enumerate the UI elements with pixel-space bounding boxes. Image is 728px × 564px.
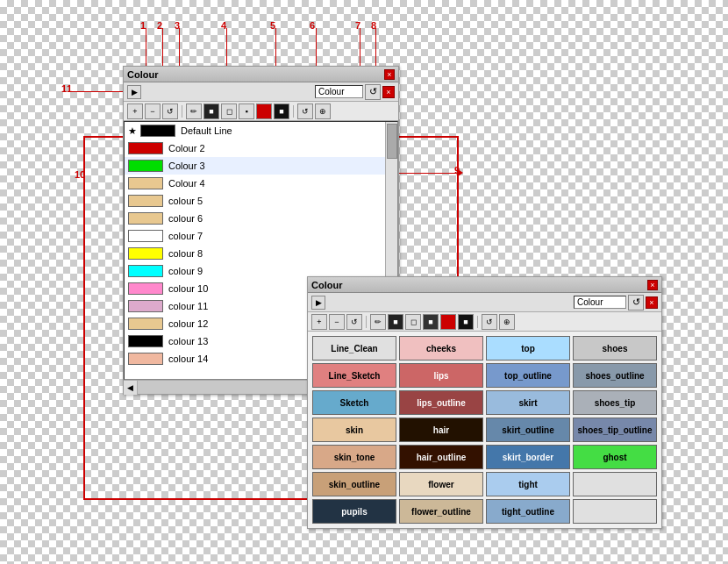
btn-empty1[interactable]: [573, 472, 657, 496]
window2-colour-input[interactable]: [574, 296, 626, 309]
window1-close[interactable]: ×: [384, 69, 395, 80]
btn-shoes[interactable]: shoes: [573, 336, 657, 361]
window2-toolbar-top: ▶ ↺ ×: [308, 293, 661, 312]
list-item[interactable]: Colour 4: [125, 175, 397, 192]
btn-shoes-outline[interactable]: shoes_outline: [573, 363, 657, 388]
list-item[interactable]: colour 6: [125, 210, 397, 227]
btn-cheeks[interactable]: cheeks: [399, 336, 483, 361]
btn-top-outline[interactable]: top_outline: [486, 363, 570, 388]
anno-line-1: [146, 28, 146, 70]
window2-toolbar-tools: + − ↺ ✏ ■ ◻ ■ ■ ↺ ⊕: [308, 312, 661, 332]
list-item[interactable]: colour 8: [125, 245, 397, 262]
window2-close2[interactable]: ×: [646, 296, 658, 309]
stroke-btn[interactable]: ▪: [239, 104, 254, 119]
pencil-btn[interactable]: ✏: [186, 104, 202, 119]
w2-add-btn[interactable]: +: [311, 314, 327, 330]
window1-arrow-btn[interactable]: ↺: [365, 84, 381, 100]
btn-skirt-border[interactable]: skirt_border: [486, 445, 570, 469]
btn-lips[interactable]: lips: [399, 363, 483, 388]
w2-red-btn[interactable]: [440, 314, 456, 330]
window1-title: Colour: [127, 69, 158, 80]
w2-eraser-btn[interactable]: ◻: [405, 314, 421, 330]
red-btn[interactable]: [256, 104, 272, 119]
btn-shoes-tip[interactable]: shoes_tip: [573, 390, 657, 415]
btn-hair-outline[interactable]: hair_outline: [399, 445, 483, 469]
w2-divider1: [366, 316, 367, 328]
btn-line-sketch[interactable]: Line_Sketch: [312, 363, 396, 388]
btn-sketch[interactable]: Sketch: [312, 390, 396, 415]
window2-play-btn[interactable]: ▶: [311, 296, 325, 310]
swatch: [140, 125, 175, 137]
scrollbar-thumb[interactable]: [387, 124, 397, 159]
black-fill-btn[interactable]: ■: [203, 104, 219, 119]
w2-extra-btn[interactable]: ⊕: [499, 314, 515, 330]
btn-skirt-outline[interactable]: skirt_outline: [486, 418, 570, 442]
reset-btn[interactable]: ↺: [162, 104, 178, 119]
list-item[interactable]: ★ Default Line: [125, 122, 397, 139]
swatch: [128, 195, 163, 207]
eraser-btn[interactable]: ◻: [221, 104, 237, 119]
swatch: [128, 353, 163, 365]
anno-line-5: [275, 28, 276, 70]
anno-line-7: [360, 28, 360, 70]
swatch: [128, 335, 163, 347]
w2-black-fill-btn[interactable]: ■: [388, 314, 403, 330]
btn-pupils[interactable]: pupils: [312, 499, 396, 524]
swatch: [128, 160, 163, 172]
swatch: [128, 247, 163, 260]
list-item[interactable]: colour 7: [125, 227, 397, 245]
window1-close2[interactable]: ×: [382, 86, 395, 98]
w2-stroke-btn[interactable]: ■: [423, 314, 439, 330]
anno-10: 10: [75, 169, 85, 180]
anno-line-9: [399, 173, 460, 174]
btn-empty2[interactable]: [573, 499, 657, 524]
divider2: [293, 105, 294, 118]
btn-shoes-tip-outline[interactable]: shoes_tip_outline: [573, 418, 657, 442]
btn-ghost[interactable]: ghost: [573, 445, 657, 469]
swatch: [128, 177, 163, 189]
list-item[interactable]: Colour 2: [125, 139, 397, 157]
remove-btn[interactable]: −: [145, 104, 161, 119]
w2-divider2: [477, 316, 478, 328]
anno-line-3: [179, 28, 180, 70]
titlebar-2: Colour ×: [308, 277, 661, 293]
w2-refresh-btn[interactable]: ↺: [482, 314, 497, 330]
black-btn[interactable]: ■: [274, 104, 289, 119]
btn-skin-tone[interactable]: skin_tone: [312, 445, 396, 469]
w2-reset-btn[interactable]: ↺: [346, 314, 362, 330]
list-item[interactable]: Colour 3: [125, 157, 397, 175]
btn-lips-outline[interactable]: lips_outline: [399, 390, 483, 415]
btn-skin[interactable]: skin: [312, 418, 396, 442]
btn-tight-outline[interactable]: tight_outline: [486, 499, 570, 524]
anno-line-4: [226, 28, 227, 70]
colour-window-2: Colour × ▶ ↺ × + − ↺ ✏ ■ ◻ ■ ■ ↺ ⊕ Line_…: [307, 276, 662, 529]
btn-skirt[interactable]: skirt: [486, 390, 570, 415]
btn-hair[interactable]: hair: [399, 418, 483, 442]
w2-pencil-btn[interactable]: ✏: [370, 314, 386, 330]
btn-skin-outline[interactable]: skin_outline: [312, 472, 396, 496]
anno-line-8: [375, 28, 376, 70]
window2-title: Colour: [311, 280, 342, 290]
window1-play-btn[interactable]: ▶: [127, 85, 141, 99]
swatch: [128, 300, 163, 312]
btn-flower-outline[interactable]: flower_outline: [399, 499, 483, 524]
anno-line-6: [316, 28, 317, 70]
colour-grid: Line_Clean cheeks top shoes Line_Sketch …: [308, 332, 661, 528]
extra-btn[interactable]: ⊕: [315, 104, 331, 119]
refresh-btn[interactable]: ↺: [297, 104, 313, 119]
btn-flower[interactable]: flower: [399, 472, 483, 496]
window2-close[interactable]: ×: [647, 280, 658, 290]
nav-left[interactable]: ◀: [124, 381, 138, 395]
add-btn[interactable]: +: [127, 104, 143, 119]
swatch: [128, 282, 163, 295]
w2-remove-btn[interactable]: −: [329, 314, 345, 330]
list-item[interactable]: colour 5: [125, 192, 397, 210]
w2-black-btn[interactable]: ■: [458, 314, 474, 330]
window1-toolbar-tools: + − ↺ ✏ ■ ◻ ▪ ■ ↺ ⊕: [124, 102, 398, 121]
btn-top[interactable]: top: [486, 336, 570, 361]
btn-line-clean[interactable]: Line_Clean: [312, 336, 396, 361]
btn-tight[interactable]: tight: [486, 472, 570, 496]
window1-colour-input[interactable]: [315, 85, 363, 98]
window2-arrow-btn[interactable]: ↺: [628, 295, 644, 311]
swatch: [128, 230, 163, 242]
